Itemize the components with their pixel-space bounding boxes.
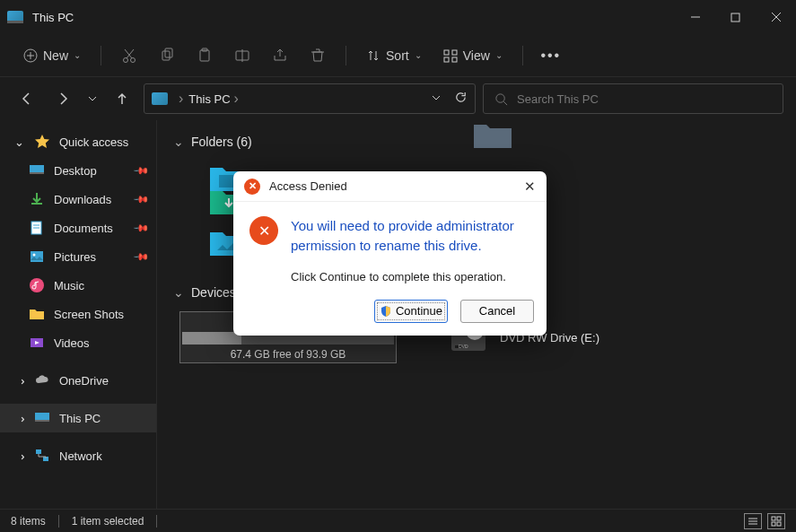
pin-icon: 📌 [132,248,149,265]
back-button[interactable] [13,84,41,113]
sidebar-label: Desktop [54,164,97,178]
svg-rect-1 [731,13,739,22]
continue-label: Continue [396,304,442,318]
sidebar-label: Quick access [59,135,128,149]
sidebar-label: OneDrive [59,374,109,388]
music-icon [29,277,45,293]
minimize-button[interactable] [675,0,715,34]
separator [522,46,523,65]
sidebar-item-documents[interactable]: Documents 📌 [0,214,156,242]
status-count: 8 items [11,515,46,528]
close-button[interactable]: ✕ [524,179,536,195]
cut-button[interactable] [112,40,146,71]
svg-point-30 [30,278,44,292]
svg-rect-11 [162,51,170,60]
svg-rect-12 [165,48,172,57]
refresh-button[interactable] [454,91,468,108]
window-title: This PC [32,11,74,24]
sidebar-item-pictures[interactable]: Pictures 📌 [0,242,156,271]
svg-line-22 [503,101,507,105]
sidebar-item-music[interactable]: Music [0,271,156,300]
group-label: Folders (6) [191,135,252,149]
svg-rect-46 [777,517,781,520]
separator [156,515,157,528]
toolbar: New ⌄ Sort ⌄ View ⌄ ••• [0,34,796,77]
sidebar-label: Network [59,449,102,463]
access-denied-dialog: ✕ Access Denied ✕ ✕ You will need to pro… [233,171,547,336]
view-large-button[interactable] [767,513,785,529]
sort-button[interactable]: Sort ⌄ [357,45,431,66]
rename-button[interactable] [225,40,259,71]
svg-point-8 [131,57,136,62]
svg-rect-33 [35,420,49,422]
folder-icon [473,120,512,151]
chevron-right-icon: ⌄ [13,450,27,461]
sidebar-item-videos[interactable]: Videos [0,328,156,357]
chevron-right-icon: › [234,91,239,107]
sidebar-item-this-pc[interactable]: ⌄ This PC [0,404,156,432]
recent-button[interactable] [84,84,101,113]
copy-button[interactable] [150,40,184,71]
shield-icon [380,305,392,318]
forward-button[interactable] [48,84,77,113]
share-button[interactable] [263,40,297,71]
address-bar[interactable]: › This PC › [144,83,476,114]
delete-button[interactable] [301,40,335,71]
sidebar-item-quick-access[interactable]: ⌄ Quick access [0,127,156,156]
dialog-body: ✕ You will need to provide administrator… [233,202,547,263]
sidebar-label: Downloads [54,193,111,206]
status-bar: 8 items 1 item selected [0,509,796,532]
new-button[interactable]: New ⌄ [14,45,90,66]
up-button[interactable] [108,84,136,113]
address-dropdown[interactable] [431,91,442,107]
sidebar-label: Documents [54,222,113,235]
desktop-icon [29,162,45,179]
status-selected: 1 item selected [72,515,144,528]
nav-bar: › This PC › Search This PC [0,77,796,120]
search-input[interactable]: Search This PC [483,83,783,114]
sidebar-item-desktop[interactable]: Desktop 📌 [0,156,156,185]
view-details-button[interactable] [744,513,762,529]
svg-rect-48 [777,522,781,526]
more-button[interactable]: ••• [534,40,568,71]
svg-point-21 [496,93,504,101]
close-button[interactable] [756,0,796,34]
svg-rect-24 [30,172,44,174]
network-icon [34,448,50,464]
sidebar: ⌄ Quick access Desktop 📌 Downloads 📌 Doc… [0,120,157,509]
pin-icon: 📌 [132,219,149,236]
sidebar-item-onedrive[interactable]: ⌄ OneDrive [0,366,156,395]
dialog-titlebar: ✕ Access Denied ✕ [233,171,547,202]
error-icon: ✕ [249,216,278,245]
view-button[interactable]: View ⌄ [434,45,512,66]
sidebar-item-downloads[interactable]: Downloads 📌 [0,185,156,214]
cancel-button[interactable]: Cancel [460,300,534,323]
new-label: New [43,48,68,63]
chevron-down-icon: ⌄ [415,50,422,60]
cloud-icon [34,372,50,388]
sidebar-item-screenshots[interactable]: Screen Shots [0,300,156,328]
error-icon: ✕ [244,179,260,195]
paste-button[interactable] [188,40,222,71]
sidebar-label: Pictures [54,250,96,264]
downloads-icon [29,191,45,207]
chevron-down-icon: ⌄ [173,135,184,149]
sidebar-item-network[interactable]: ⌄ Network [0,441,156,470]
svg-rect-19 [444,57,449,62]
svg-text:DVD: DVD [459,344,468,349]
folder-item[interactable] [473,120,512,151]
address-segment[interactable]: This PC [188,92,230,106]
title-bar: This PC [0,0,796,34]
svg-rect-45 [772,517,775,520]
folder-icon [29,306,45,322]
svg-rect-34 [36,449,41,454]
continue-button[interactable]: Continue [374,300,448,323]
svg-rect-18 [452,50,457,55]
documents-icon [29,220,45,236]
star-icon [34,134,50,150]
this-pc-icon [152,92,168,105]
maximize-button[interactable] [715,0,756,34]
cancel-label: Cancel [479,304,515,318]
search-placeholder: Search This PC [517,92,599,106]
separator [58,515,59,528]
